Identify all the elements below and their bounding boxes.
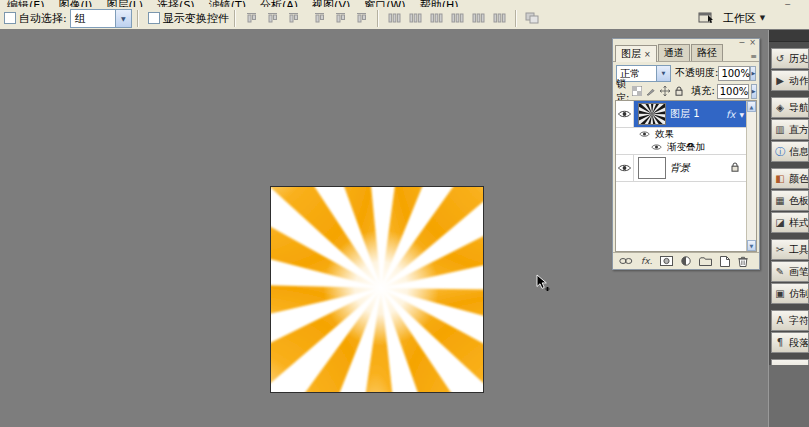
lock-position-icon[interactable] [659,86,671,96]
align-top-edges-button[interactable] [242,9,261,27]
dock-button-画笔[interactable]: ✎ 画笔 [771,261,809,282]
layer-name[interactable]: 背景 [670,161,690,175]
auto-select-checkbox[interactable] [4,12,16,24]
dock-button-label: 字符 [789,314,809,328]
tool-options-bar: 自动选择: 组 ▼ 显示变换控件 工作区 ▼ [0,7,809,30]
lock-all-icon[interactable] [673,86,685,96]
distribute-right-edges-button[interactable] [490,9,509,27]
distribute-top-edges-button[interactable] [385,9,404,27]
dock-button-label: 历史 [789,52,809,66]
menu-item[interactable]: 选择(S) [150,0,202,7]
layer-row[interactable]: 图层 1 fx ▼ [616,101,747,128]
menu-item[interactable]: 窗口(W) [357,0,412,7]
add-layer-style-icon[interactable]: fx. [641,256,652,266]
tab-layers-active[interactable]: 图层× [615,45,657,62]
dock-button-仿制[interactable]: ▣ 仿制 [771,283,809,304]
dock-button-label: 信息 [789,145,809,159]
menu-item[interactable]: 分析(A) [253,0,305,7]
dock-button-颜色[interactable]: ◧ 颜色 [771,168,809,189]
panel-menu-icon[interactable]: ≡ [750,53,757,61]
dock-empty-area [769,365,809,427]
panel-close-icon[interactable]: × [749,40,756,46]
auto-select-mode-dropdown[interactable]: 组 ▼ [70,9,132,28]
dock-button-样式[interactable]: ◪ 样式 [771,212,809,233]
effect-label: 效果 [655,128,674,141]
align-vertical-centers-button[interactable] [263,9,282,27]
chevron-down-icon[interactable]: ▼ [656,66,670,81]
document-window-controls[interactable]: − [784,0,795,7]
dock-button-色板[interactable]: ▦ 色板 [771,190,809,211]
distribute-left-edges-button[interactable] [448,9,467,27]
blend-mode-row: 正常 ▼ 不透明度: 100% ▶ [613,62,759,83]
align-left-edges-button[interactable] [310,9,329,27]
show-transform-checkbox[interactable] [148,12,160,24]
dock-button-直方[interactable]: ▥ 直方 [771,119,809,140]
new-adjustment-layer-icon[interactable] [681,256,691,266]
dock-button-label: 导航 [789,101,809,115]
distribute-vertical-centers-button[interactable] [406,9,425,27]
eye-icon[interactable] [651,143,661,152]
dock-button-label: 色板 [789,194,809,208]
background-layer-row[interactable]: 背景 [616,155,747,182]
panel-minimize-icon[interactable]: − [739,40,746,46]
dock-header[interactable] [769,30,809,42]
close-icon[interactable]: × [644,50,651,59]
dock-button-信息[interactable]: ⓘ 信息 [771,141,809,162]
auto-align-layers-button[interactable] [523,9,542,27]
menu-item[interactable]: 滤镜(T) [202,0,253,7]
fill-slider-button[interactable]: ▶ [751,84,757,99]
tab-label: 图层 [621,47,641,61]
layer-name[interactable]: 图层 1 [670,107,700,121]
distribute-horizontal-centers-button[interactable] [469,9,488,27]
align-horizontal-centers-button[interactable] [331,9,350,27]
scroll-up-icon[interactable]: ▲ [747,101,756,112]
menu-item[interactable]: 编辑(E) [0,0,52,7]
tab-panel[interactable]: 通道 [658,44,690,61]
eye-icon [618,109,631,120]
dock-button-动作[interactable]: ▶ 动作 [771,70,809,91]
auto-select-mode-value: 组 [71,11,115,26]
menu-item[interactable]: 图层(L) [99,0,150,7]
chevron-down-icon[interactable]: ▼ [115,10,131,27]
workspace-switcher[interactable]: 工作区 ▼ [698,11,765,26]
align-distribute-buttons [241,9,543,27]
dock-button-工具[interactable]: ✂ 工具 [771,239,809,260]
eye-icon[interactable] [639,130,649,139]
layers-scrollbar[interactable]: ▲ ▼ [746,101,756,251]
tab-panel[interactable]: 路径 [691,44,723,61]
menu-item[interactable]: 图像(I) [52,0,100,7]
layer-thumbnail[interactable] [638,103,666,125]
add-layer-mask-icon[interactable] [660,256,673,266]
lock-transparent-pixels-icon[interactable] [631,86,643,96]
fill-input[interactable]: 100% [717,84,749,99]
menu-item[interactable]: 视图(V) [305,0,357,7]
menu-item[interactable]: 帮助(H) [413,0,466,7]
dock-button-字符[interactable]: A 字符 [771,310,809,331]
effect-item-row[interactable]: 渐变叠加 [616,141,747,155]
dock-button-label: 仿制 [789,287,809,301]
dock-button-导航[interactable]: ◈ 导航 [771,97,809,118]
document-canvas[interactable] [270,186,484,393]
link-layers-icon[interactable] [619,257,633,265]
effects-collapse-icon[interactable]: ▼ [739,111,744,118]
character-icon: A [774,315,786,326]
align-right-edges-button[interactable] [352,9,371,27]
opacity-slider-button[interactable]: ▶ [750,66,756,81]
styles-icon: ◪ [774,217,786,228]
layer-thumbnail[interactable] [638,157,666,179]
scroll-down-icon[interactable]: ▼ [747,240,756,251]
delete-layer-icon[interactable] [738,256,748,267]
new-group-icon[interactable] [699,257,712,266]
effects-header-row[interactable]: 效果 [616,128,747,141]
distribute-bottom-edges-button[interactable] [427,9,446,27]
layer-style-fx-icon[interactable]: fx [726,109,735,120]
dock-button-历史[interactable]: ↺ 历史 [771,48,809,69]
dock-button-段落[interactable]: ¶ 段落 [771,332,809,353]
history-icon: ↺ [774,53,786,64]
lock-image-pixels-icon[interactable] [645,86,657,96]
align-bottom-edges-button[interactable] [284,9,303,27]
visibility-toggle[interactable] [616,155,634,181]
visibility-toggle[interactable] [616,101,634,127]
new-layer-icon[interactable] [720,256,730,267]
opacity-input[interactable]: 100% [718,66,750,81]
